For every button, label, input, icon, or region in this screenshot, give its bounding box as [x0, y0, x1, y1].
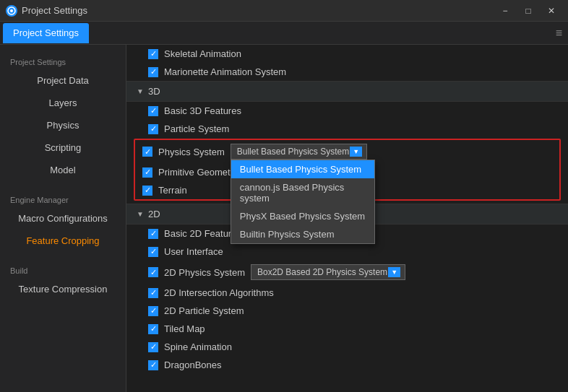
dropdown-option-bullet[interactable]: Bullet Based Physics System [231, 160, 374, 178]
list-item: Spine Animation [126, 338, 568, 356]
tab-bar: Project Settings ≡ [0, 22, 568, 45]
checkbox-primitive-geom[interactable] [142, 167, 152, 178]
window-controls: − □ ✕ [494, 4, 562, 18]
arrow-icon-3d: ▼ [137, 87, 144, 95]
sidebar-item-layers[interactable]: Layers [0, 92, 126, 114]
sidebar-item-feature-cropping[interactable]: Feature Cropping [0, 230, 126, 252]
dropdown-option-physx[interactable]: PhysX Based Physics System [231, 207, 374, 225]
sidebar-section-build: Build [0, 262, 126, 278]
minimize-button[interactable]: − [494, 4, 516, 18]
list-item: Basic 3D Features [126, 102, 568, 120]
checkbox-basic-3d[interactable] [148, 106, 158, 116]
checkbox-tiled-map[interactable] [148, 324, 158, 334]
sidebar-item-model[interactable]: Model [0, 159, 126, 181]
dropdown-option-cannonjs[interactable]: cannon.js Based Physics system [231, 178, 374, 207]
list-item: 2D Intersection Algorithms [126, 284, 568, 302]
label-spine-animation: Spine Animation [164, 341, 232, 352]
checkbox-spine-animation[interactable] [148, 342, 158, 352]
sidebar-item-macro-configurations[interactable]: Macro Configurations [0, 207, 126, 230]
list-item: DragonBones [126, 356, 568, 374]
svg-point-1 [10, 9, 13, 12]
label-physics-system: Physics System [158, 147, 225, 157]
physics-dropdown-wrapper: Bullet Based Physics System Bullet Based… [231, 144, 367, 160]
label-primitive-geom: Primitive Geometr... [158, 167, 241, 178]
2d-physics-row: 2D Physics System Box2D Based 2D Physics… [126, 261, 568, 284]
list-item: Skeletal Animation [126, 45, 568, 63]
label-terrain: Terrain [158, 185, 187, 196]
checkbox-physics-system[interactable] [142, 147, 152, 157]
app-icon [6, 5, 17, 17]
section-header-3d[interactable]: ▼ 3D [126, 81, 568, 102]
section-label-2d: 2D [148, 209, 160, 219]
checkbox-2d-particle[interactable] [148, 306, 158, 316]
physics-dropdown-button[interactable]: Bullet Based Physics System [231, 144, 367, 160]
list-item: 2D Particle System [126, 302, 568, 320]
sidebar-section-engine-manager: Engine Manager [0, 191, 126, 207]
label-user-interface: User Interface [164, 246, 223, 257]
checkbox-2d-physics[interactable] [148, 267, 158, 277]
checkbox-user-interface[interactable] [148, 247, 158, 257]
main-layout: Project Settings Project Data Layers Phy… [0, 45, 568, 392]
label-skeletal-animation: Skeletal Animation [164, 48, 241, 59]
label-basic-3d: Basic 3D Features [164, 105, 241, 116]
sidebar-section-project-settings: Project Settings [0, 53, 126, 69]
label-2d-intersection: 2D Intersection Algorithms [164, 287, 274, 298]
label-marionette: Marionette Animation System [164, 66, 286, 77]
physics-system-container: Physics System Bullet Based Physics Syst… [134, 139, 561, 201]
list-item: User Interface [126, 243, 568, 261]
label-tiled-map: Tiled Map [164, 323, 205, 334]
list-item: Tiled Map [126, 320, 568, 338]
checkbox-terrain[interactable] [142, 186, 152, 196]
checkbox-particle-system[interactable] [148, 124, 158, 134]
checkbox-marionette[interactable] [148, 67, 158, 77]
dropdown-option-builtin[interactable]: Builtin Physics System [231, 225, 374, 243]
maximize-button[interactable]: □ [517, 4, 539, 18]
checkbox-basic-2d[interactable] [148, 229, 158, 239]
sidebar: Project Settings Project Data Layers Phy… [0, 45, 126, 392]
sidebar-item-project-data[interactable]: Project Data [0, 69, 126, 92]
content-area: Skeletal Animation Marionette Animation … [126, 45, 568, 392]
2d-physics-dropdown-button[interactable]: Box2D Based 2D Physics System [251, 264, 405, 280]
window-title: Project Settings [22, 5, 494, 16]
physics-system-row: Physics System Bullet Based Physics Syst… [135, 140, 559, 163]
checkbox-dragonbones[interactable] [148, 360, 158, 370]
checkbox-skeletal-animation[interactable] [148, 49, 158, 59]
checkbox-2d-intersection[interactable] [148, 288, 158, 298]
sidebar-item-physics[interactable]: Physics [0, 114, 126, 136]
label-2d-particle: 2D Particle System [164, 305, 244, 316]
label-particle-system: Particle System [164, 123, 229, 134]
list-item: Marionette Animation System [126, 63, 568, 81]
sidebar-item-texture-compression[interactable]: Texture Compression [0, 278, 126, 300]
arrow-icon-2d: ▼ [137, 210, 144, 218]
physics-dropdown-menu: Bullet Based Physics System cannon.js Ba… [231, 160, 375, 244]
sidebar-item-scripting[interactable]: Scripting [0, 136, 126, 159]
list-item: Particle System [126, 120, 568, 138]
tab-menu-icon[interactable]: ≡ [556, 27, 562, 40]
title-bar: Project Settings − □ ✕ [0, 0, 568, 22]
label-dragonbones: DragonBones [164, 360, 222, 370]
label-2d-physics: 2D Physics System [164, 267, 245, 278]
tab-project-settings[interactable]: Project Settings [3, 23, 89, 43]
close-button[interactable]: ✕ [541, 4, 562, 18]
section-label-3d: 3D [148, 86, 160, 97]
